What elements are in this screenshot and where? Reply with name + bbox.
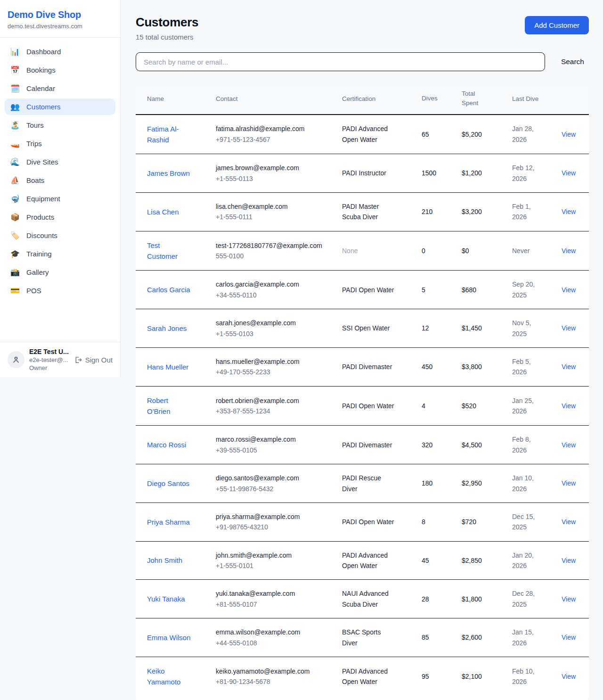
sidebar-item[interactable]: 🗓️ Calendar <box>5 80 115 97</box>
view-link[interactable]: View <box>562 595 576 603</box>
customer-phone: +55-11-99876-5432 <box>216 484 327 494</box>
sidebar-nav: 📊 Dashboard 📅 Bookings 🗓️ Calendar 👥 Cus… <box>0 38 120 301</box>
view-link[interactable]: View <box>562 557 576 564</box>
customer-name-link[interactable]: Marco Rossi <box>147 439 186 450</box>
certification-text: PADI Advanced Open Water <box>342 666 395 687</box>
sidebar-item[interactable]: 🚤 Trips <box>5 135 115 152</box>
sidebar-item[interactable]: 🎓 Training <box>5 246 115 262</box>
table-row: Fatima Al-Rashid fatima.alrashid@example… <box>136 115 589 154</box>
customer-name-link[interactable]: Keiko Yamamoto <box>147 666 191 688</box>
dives-count: 450 <box>422 363 432 371</box>
table-row: Priya Sharma priya.sharma@example.com +9… <box>136 502 589 541</box>
last-dive-date: Nov 5, 2025 <box>512 318 539 339</box>
customer-name-link[interactable]: Fatima Al-Rashid <box>147 124 191 146</box>
customer-name-link[interactable]: Robert O'Brien <box>147 395 191 417</box>
customer-name-link[interactable]: Emma Wilson <box>147 632 191 643</box>
customer-email: john.smith@example.com <box>216 550 327 560</box>
customer-phone: +81-555-0107 <box>216 599 327 609</box>
sidebar-item[interactable]: 🏝️ Tours <box>5 117 115 133</box>
sidebar-item[interactable]: 🤿 Equipment <box>5 190 115 207</box>
sidebar-item[interactable]: 📅 Bookings <box>5 62 115 78</box>
customer-name-link[interactable]: Priya Sharma <box>147 517 190 527</box>
certification-text: NAUI Advanced Scuba Diver <box>342 588 395 609</box>
last-dive-date: Feb 5, 2026 <box>512 356 539 378</box>
view-link[interactable]: View <box>562 673 576 680</box>
dives-count: 95 <box>422 673 429 680</box>
customer-email: sarah.jones@example.com <box>216 318 327 328</box>
view-link[interactable]: View <box>562 169 576 177</box>
view-link[interactable]: View <box>562 479 576 487</box>
view-link[interactable]: View <box>562 363 576 371</box>
customer-name-link[interactable]: John Smith <box>147 555 182 566</box>
customer-name-link[interactable]: Hans Mueller <box>147 362 188 372</box>
customer-phone: +353-87-555-1234 <box>216 406 327 416</box>
customer-phone: 555-0100 <box>216 251 327 261</box>
sidebar-item[interactable]: 🏷️ Discounts <box>5 227 115 244</box>
island-icon: 🏝️ <box>10 122 20 129</box>
view-link[interactable]: View <box>562 131 576 138</box>
search-button[interactable]: Search <box>556 56 589 68</box>
view-link[interactable]: View <box>562 208 576 215</box>
sidebar-item[interactable]: ⛵ Boats <box>5 172 115 189</box>
certification-text: None <box>342 246 358 256</box>
sidebar-item-label: Boats <box>26 176 44 184</box>
sidebar-item[interactable]: 💳 POS <box>5 282 115 299</box>
column-header: Last Dive <box>501 83 550 115</box>
certification-text: SSI Open Water <box>342 323 390 333</box>
search-input[interactable] <box>136 52 545 71</box>
camera-icon: 📸 <box>10 269 20 276</box>
customer-name-link[interactable]: James Brown <box>147 168 190 179</box>
total-spent: $2,600 <box>462 634 482 641</box>
customer-name-link[interactable]: Yuki Tanaka <box>147 593 185 604</box>
sidebar-item-label: POS <box>26 287 41 295</box>
package-icon: 📦 <box>10 214 20 221</box>
view-link[interactable]: View <box>562 441 576 449</box>
sidebar-item-label: Training <box>26 250 52 258</box>
speedboat-icon: 🚤 <box>10 140 20 148</box>
logout-icon <box>74 356 82 364</box>
certification-text: PADI Divemaster <box>342 362 392 372</box>
customer-phone: +1-555-0103 <box>216 329 327 339</box>
sidebar-item[interactable]: 📸 Gallery <box>5 264 115 280</box>
sidebar-item[interactable]: 🌊 Dive Sites <box>5 154 115 170</box>
view-link[interactable]: View <box>562 634 576 641</box>
view-link[interactable]: View <box>562 286 576 294</box>
view-link[interactable]: View <box>562 247 576 255</box>
customer-name-link[interactable]: Sarah Jones <box>147 323 187 334</box>
last-dive-date: Jan 28, 2026 <box>512 124 539 145</box>
customer-name-link[interactable]: Diego Santos <box>147 478 189 489</box>
customer-name-link[interactable]: Test Customer <box>147 240 191 262</box>
customer-name-link[interactable]: Lisa Chen <box>147 206 179 217</box>
column-header: Certification <box>331 83 410 115</box>
sailboat-icon: ⛵ <box>10 177 20 184</box>
last-dive-date: Jan 25, 2026 <box>512 395 539 417</box>
total-spent: $3,800 <box>462 363 482 371</box>
add-customer-button[interactable]: Add Customer <box>525 16 589 34</box>
last-dive-date: Feb 8, 2026 <box>512 434 539 455</box>
dives-count: 0 <box>422 247 425 255</box>
customer-email: james.brown@example.com <box>216 163 327 173</box>
last-dive-date: Sep 20, 2025 <box>512 279 539 300</box>
avatar <box>8 351 24 368</box>
brand: Demo Dive Shop demo.test.divestreams.com <box>0 0 120 38</box>
sign-out-button[interactable]: Sign Out <box>74 356 113 364</box>
sidebar-item[interactable]: 👥 Customers <box>5 99 115 115</box>
sidebar-item[interactable]: 📊 Dashboard <box>5 43 115 60</box>
last-dive-date: Jan 10, 2026 <box>512 473 539 494</box>
sidebar-item[interactable]: 📦 Products <box>5 209 115 225</box>
sidebar-item-label: Products <box>26 213 54 221</box>
last-dive-date: Dec 28, 2025 <box>512 588 539 609</box>
wave-icon: 🌊 <box>10 158 20 166</box>
view-link[interactable]: View <box>562 324 576 332</box>
customer-name-link[interactable]: Carlos Garcia <box>147 284 190 295</box>
last-dive-date: Jan 20, 2026 <box>512 550 539 571</box>
total-spent: $2,850 <box>462 557 482 564</box>
table-row: Yuki Tanaka yuki.tanaka@example.com +81-… <box>136 580 589 618</box>
view-link[interactable]: View <box>562 518 576 526</box>
user-panel: E2E Test U... e2e-tester@... Owner Sign … <box>0 342 120 377</box>
view-link[interactable]: View <box>562 402 576 410</box>
sidebar-item-label: Customers <box>26 103 61 111</box>
last-dive-date: Dec 15, 2025 <box>512 511 539 533</box>
label-tag-icon: 🏷️ <box>10 232 20 239</box>
sidebar-item-label: Gallery <box>26 268 49 276</box>
